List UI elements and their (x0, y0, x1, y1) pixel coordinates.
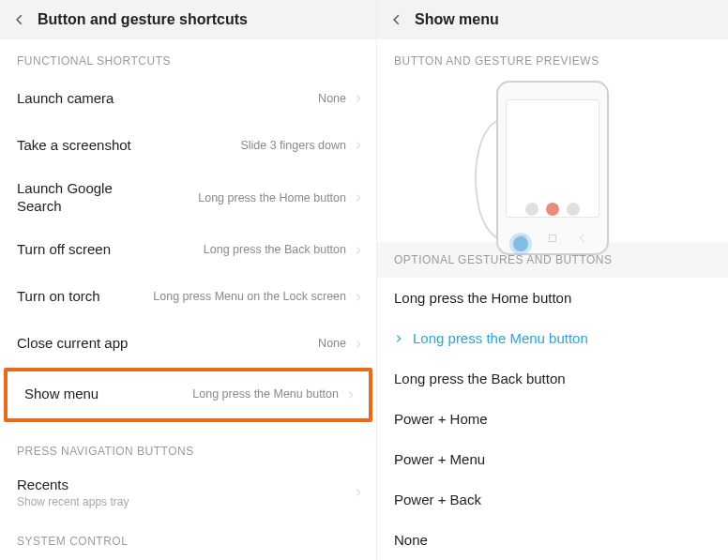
touch-indicator-icon (513, 236, 528, 251)
chevron-right-icon (354, 291, 363, 304)
row-label: Launch Google Search (17, 180, 158, 216)
opt-power-back[interactable]: Power + Back (377, 479, 728, 520)
opt-label: Long press the Menu button (413, 330, 588, 346)
row-value: Long press the Menu button (99, 386, 339, 401)
chevron-right-icon (354, 244, 363, 257)
row-label: Turn on torch (17, 288, 100, 306)
phone-icon (496, 81, 609, 255)
header-left: Button and gesture shortcuts (0, 0, 376, 39)
row-value: Long press the Back button (111, 242, 346, 257)
row-label: Launch camera (17, 90, 114, 108)
opt-label: Power + Home (394, 411, 488, 427)
opt-label: None (394, 532, 428, 548)
chevron-right-icon (394, 334, 403, 343)
highlight-box: Show menu Long press the Menu button (4, 368, 372, 422)
header-right: Show menu (377, 0, 728, 39)
home-key-icon (547, 233, 558, 244)
opt-menu[interactable]: Long press the Menu button (377, 318, 728, 358)
opt-power-menu[interactable]: Power + Menu (377, 439, 728, 479)
chevron-right-icon (354, 191, 363, 204)
chevron-right-icon (354, 92, 363, 105)
row-sub: Show recent apps tray (17, 495, 346, 508)
row-google-search[interactable]: Launch Google Search Long press the Home… (0, 169, 376, 227)
row-close-app[interactable]: Close current app None (0, 321, 376, 368)
row-label: Close current app (17, 335, 128, 353)
page-title-right: Show menu (415, 11, 499, 28)
opt-back[interactable]: Long press the Back button (377, 358, 728, 399)
back-icon[interactable] (13, 13, 26, 26)
opt-power-home[interactable]: Power + Home (377, 399, 728, 439)
opt-none[interactable]: None (377, 520, 728, 560)
row-value: Long press the Home button (158, 190, 346, 205)
row-value: None (128, 336, 346, 351)
row-turn-off-screen[interactable]: Turn off screen Long press the Back butt… (0, 227, 376, 274)
chevron-right-icon (346, 388, 356, 401)
row-label: Recents (17, 477, 158, 494)
row-value: Slide 3 fingers down (131, 138, 346, 153)
gesture-preview (377, 75, 728, 242)
opt-label: Power + Menu (394, 451, 485, 467)
chevron-right-icon (354, 139, 363, 152)
svg-rect-3 (550, 235, 556, 242)
section-preview: BUTTON AND GESTURE PREVIEWS (377, 39, 728, 75)
chevron-right-icon (354, 338, 363, 351)
back-icon[interactable] (390, 13, 403, 26)
show-menu-panel: Show menu BUTTON AND GESTURE PREVIEWS OP… (377, 0, 728, 560)
row-screenshot[interactable]: Take a screenshot Slide 3 fingers down (0, 122, 376, 169)
row-show-menu[interactable]: Show menu Long press the Menu button (8, 371, 369, 418)
section-system: SYSTEM CONTROL (0, 520, 376, 555)
row-value: None (114, 91, 346, 106)
section-functional: FUNCTIONAL SHORTCUTS (0, 39, 376, 75)
section-nav: PRESS NAVIGATION BUTTONS (0, 430, 376, 465)
row-label: Show menu (24, 386, 99, 403)
shortcuts-panel: Button and gesture shortcuts FUNCTIONAL … (0, 0, 377, 560)
row-torch[interactable]: Turn on torch Long press Menu on the Loc… (0, 274, 376, 321)
page-title-left: Button and gesture shortcuts (38, 11, 248, 28)
opt-label: Long press the Back button (394, 371, 566, 386)
row-label: Take a screenshot (17, 137, 131, 155)
row-launch-camera[interactable]: Launch camera None (0, 75, 376, 122)
opt-label: Long press the Home button (394, 290, 571, 306)
opt-home[interactable]: Long press the Home button (377, 278, 728, 318)
row-label: Turn off screen (17, 241, 111, 259)
row-value: Long press Menu on the Lock screen (100, 289, 346, 304)
opt-label: Power + Back (394, 492, 481, 507)
back-key-icon (577, 233, 588, 244)
chevron-right-icon (354, 486, 363, 499)
row-recents[interactable]: Recents Show recent apps tray (0, 465, 376, 521)
